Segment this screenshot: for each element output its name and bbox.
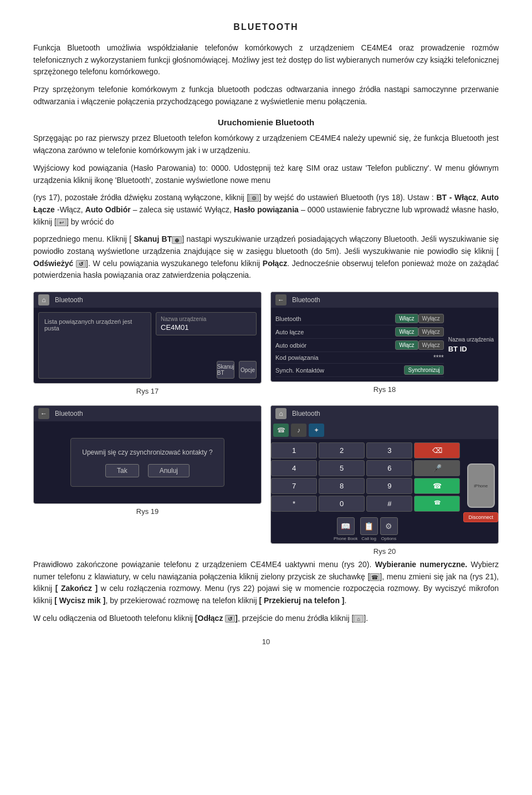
synch-btn[interactable]: Synchronizuj — [404, 365, 443, 375]
rys19-dialog-btns: Tak Anuluj — [82, 464, 212, 477]
bluetooth-off-btn[interactable]: Wyłącz — [418, 314, 444, 323]
paragraph-4: Sprzęgając po raz pierwszy przez Bluetoo… — [33, 132, 499, 156]
phonebook-btn[interactable]: 📖 Phone Book — [334, 517, 358, 541]
rys19-cancel-btn[interactable]: Anuluj — [148, 464, 190, 477]
key-2[interactable]: 2 — [319, 442, 365, 458]
key-7[interactable]: 7 — [271, 478, 317, 494]
settings-label-kod: Kod powiązania — [275, 354, 433, 361]
home-btn-rys17[interactable]: ⌂ — [38, 294, 49, 305]
screen-rys19: ← Bluetooth Upewnij się czy zsynchronizo… — [33, 405, 262, 504]
options-btn-rys20[interactable]: ⚙ Options — [380, 517, 398, 541]
home-btn-rys20[interactable]: ⌂ — [275, 408, 287, 419]
settings-label-bluetooth: Bluetooth — [275, 315, 395, 322]
section-title-bluetooth: Uruchomienie Bluetooth — [33, 118, 499, 127]
screen-rys17: ⌂ Bluetooth Lista powiązanych urządzeń j… — [33, 292, 262, 384]
rys17-topbar: ⌂ Bluetooth — [34, 292, 261, 308]
key-5[interactable]: 5 — [319, 460, 365, 476]
options-icon: Opcje — [241, 367, 255, 373]
key-hash[interactable]: # — [366, 496, 412, 512]
calllog-btn[interactable]: 📋 Call log — [360, 517, 378, 541]
images-row-2: ← Bluetooth Upewnij się czy zsynchronizo… — [33, 405, 499, 556]
key-6[interactable]: 6 — [366, 460, 412, 476]
settings-row-kod: Kod powiązania **** — [275, 352, 444, 364]
rys17-bottom-btns: Skanuj BT Opcje — [156, 361, 257, 379]
image-block-rys18: ← Bluetooth Bluetooth Włącz Wyłącz Auto … — [270, 292, 499, 395]
key-9[interactable]: 9 — [366, 478, 412, 494]
key-4[interactable]: 4 — [271, 460, 317, 476]
back-icon-rys19: ← — [40, 410, 47, 417]
scan-bt-btn[interactable]: Skanuj BT — [217, 361, 234, 379]
images-row-1: ⌂ Bluetooth Lista powiązanych urządzeń j… — [33, 292, 499, 395]
tab-bluetooth[interactable]: ✦ — [309, 424, 324, 437]
calllog-icon: 📋 — [360, 517, 378, 535]
paragraph-3: Przy sprzężonym telefonie komórkowym z f… — [33, 84, 499, 108]
iphone-label: iPhone — [474, 483, 488, 488]
rys19-body: Upewnij się czy zsynchronizować kontakty… — [34, 421, 261, 503]
home-icon: ⌂ — [42, 296, 45, 304]
options-icon-rys20: ⚙ — [380, 517, 398, 535]
rys20-right-panel: iPhone Disconnect — [463, 442, 498, 543]
autolacze-on-btn[interactable]: Włącz — [395, 327, 418, 337]
rys17-body: Lista powiązanych urządzeń jest pusta Na… — [34, 308, 261, 383]
page-title: BLUETOOTH — [33, 22, 499, 32]
rys17-label: Rys 17 — [136, 387, 158, 395]
rys20-bottom-icons: 📖 Phone Book 📋 Call log ⚙ Options — [271, 515, 460, 543]
rys17-left-panel: Lista powiązanych urządzeń jest pusta — [38, 312, 151, 379]
rys19-label: Rys 19 — [136, 507, 158, 516]
options-btn[interactable]: Opcje — [239, 361, 257, 379]
paragraph-5: Wyjściowy kod powiązania (Hasło Parowani… — [33, 162, 499, 186]
rys17-right-panel: Nazwa urządzenia CE4M01 Skanuj BT Opcje — [156, 312, 257, 379]
back-btn-rys19[interactable]: ← — [38, 408, 49, 419]
page-number: 10 — [33, 638, 499, 646]
phonebook-icon: 📖 — [337, 517, 355, 535]
screen-rys20: ⌂ Bluetooth ☎ ♪ ✦ 1 2 3 ⌫ 4 — [270, 405, 499, 544]
bluetooth-on-btn[interactable]: Włącz — [395, 314, 418, 323]
rys19-ok-btn[interactable]: Tak — [105, 464, 139, 477]
settings-label-autoodbior: Auto odbiór — [275, 342, 395, 349]
settings-row-autolacze: Auto łącze Włącz Wyłącz — [275, 325, 444, 339]
kod-value: **** — [433, 354, 444, 361]
rys17-list-empty-text: Lista powiązanych urządzeń jest pusta — [44, 318, 132, 332]
key-mic[interactable]: 🎤 — [414, 460, 460, 476]
phonebook-label: Phone Book — [334, 536, 358, 541]
key-1[interactable]: 1 — [271, 442, 317, 458]
settings-row-bluetooth: Bluetooth Włącz Wyłącz — [275, 312, 444, 325]
rys18-device-name-value: BT ID — [448, 345, 494, 353]
key-backspace[interactable]: ⌫ — [414, 442, 460, 458]
image-block-rys20: ⌂ Bluetooth ☎ ♪ ✦ 1 2 3 ⌫ 4 — [270, 405, 499, 556]
rys19-dialog-text: Upewnij się czy zsynchronizować kontakty… — [82, 449, 212, 456]
rys20-topbar: ⌂ Bluetooth — [271, 406, 498, 421]
image-block-rys19: ← Bluetooth Upewnij się czy zsynchronizo… — [33, 405, 262, 556]
screen-rys18: ← Bluetooth Bluetooth Włącz Wyłącz Auto … — [270, 292, 499, 382]
rys18-device-name-label: Nazwa urządzenia — [448, 337, 494, 343]
rys18-right-col: Nazwa urządzenia BT ID — [448, 312, 494, 377]
autoodbior-on-btn[interactable]: Włącz — [395, 340, 418, 350]
key-call[interactable]: ☎ — [414, 478, 460, 494]
rys17-title: Bluetooth — [55, 296, 83, 304]
key-end-call[interactable]: ☎ — [414, 496, 460, 512]
rys20-keypad: 1 2 3 ⌫ 4 5 6 🎤 7 8 9 ☎ * 0 # — [271, 442, 460, 543]
home-source-icon: ⌂ — [354, 615, 364, 623]
rys18-title: Bluetooth — [292, 296, 320, 304]
key-8[interactable]: 8 — [319, 478, 365, 494]
rys19-title: Bluetooth — [55, 410, 83, 417]
back-btn-rys18[interactable]: ← — [275, 294, 287, 305]
disconnect-btn[interactable]: Disconnect — [463, 512, 498, 522]
key-0[interactable]: 0 — [319, 496, 365, 512]
rys18-topbar: ← Bluetooth — [271, 292, 498, 308]
autoodbior-off-btn[interactable]: Wyłącz — [418, 340, 444, 350]
rys17-device-name-value: CE4M01 — [161, 323, 252, 332]
tab-music[interactable]: ♪ — [291, 424, 306, 437]
tab-phone[interactable]: ☎ — [273, 424, 289, 437]
autolacze-off-btn[interactable]: Wyłącz — [418, 327, 444, 337]
paragraph-6: (rys 17), pozostałe źródła dźwięku zosta… — [33, 192, 499, 228]
rys20-title: Bluetooth — [292, 410, 320, 417]
key-3[interactable]: 3 — [366, 442, 412, 458]
settings-row-synch: Synch. Kontaktów Synchronizuj — [275, 364, 444, 377]
settings-row-autoodbior: Auto odbiór Włącz Wyłącz — [275, 339, 444, 352]
rys17-device-name-panel: Nazwa urządzenia CE4M01 — [156, 312, 257, 335]
rys20-main: 1 2 3 ⌫ 4 5 6 🎤 7 8 9 ☎ * 0 # — [271, 442, 498, 543]
phone-icon: ☎ — [370, 573, 380, 581]
key-star[interactable]: * — [271, 496, 317, 512]
iphone-image: iPhone — [467, 463, 495, 508]
